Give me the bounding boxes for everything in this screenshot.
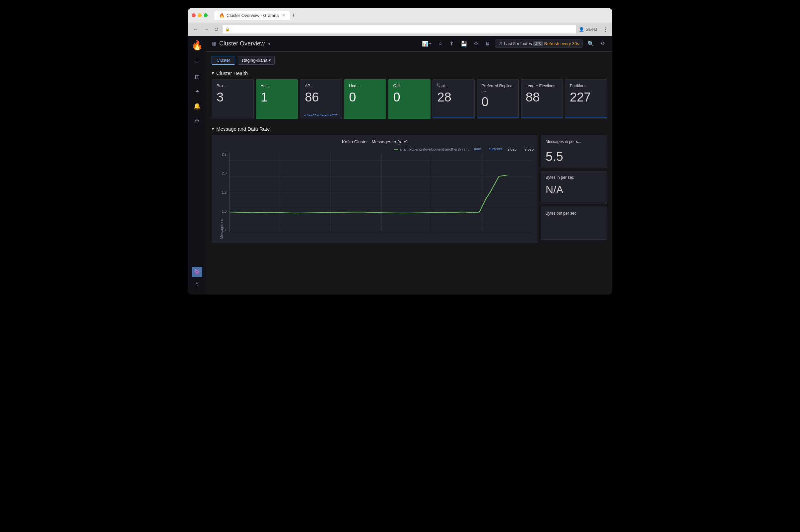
clock-icon: ⏱ bbox=[498, 41, 502, 46]
side-metrics: Messages in per s... 5.5 Bytes in per se… bbox=[541, 135, 607, 243]
grafana-tab-icon: 🔥 bbox=[219, 13, 225, 18]
y-label-18: 1.8 bbox=[222, 191, 227, 194]
minimize-button[interactable] bbox=[198, 13, 202, 17]
chart-svg bbox=[230, 153, 534, 232]
share-icon: ⬆ bbox=[450, 41, 454, 46]
maximize-button[interactable] bbox=[204, 13, 208, 17]
cluster-dropdown[interactable]: staging-diana ▾ bbox=[238, 56, 274, 65]
add-panel-button[interactable]: 📊+ bbox=[420, 39, 434, 48]
lock-icon: 🔒 bbox=[225, 27, 230, 32]
refresh-rate-label[interactable]: Refresh every 30s bbox=[544, 41, 579, 46]
search-icon: 🔍 bbox=[587, 41, 594, 46]
guest-button[interactable]: 👤 Guest bbox=[579, 27, 597, 32]
legend-color bbox=[394, 149, 398, 150]
gear-icon: ⚙ bbox=[194, 117, 200, 125]
sidebar-item-dashboards[interactable]: ⊞ bbox=[190, 70, 204, 83]
stat-title: Topi... bbox=[437, 83, 470, 88]
stat-value: 0 bbox=[393, 91, 425, 103]
legend-current-value: 2.025 bbox=[525, 147, 534, 151]
chart-plot bbox=[229, 153, 534, 232]
settings-button[interactable]: ⚙ bbox=[472, 39, 480, 48]
topbar-left: ▦ Cluster Overview ▼ bbox=[212, 40, 416, 47]
legend-current-header: current▾ bbox=[489, 147, 502, 151]
filters-bar: Cluster staging-diana ▾ bbox=[212, 56, 607, 65]
add-panel-icon: 📊+ bbox=[422, 41, 432, 46]
tv-icon: 🖥 bbox=[485, 41, 490, 46]
messages-in-title: Messages in per s... bbox=[546, 139, 602, 144]
close-button[interactable] bbox=[192, 13, 196, 17]
address-bar[interactable]: 🔒 bbox=[223, 25, 576, 34]
dashboard-dropdown-arrow[interactable]: ▼ bbox=[267, 41, 271, 46]
message-data-rate-header[interactable]: ▾ Message and Data Rate bbox=[212, 126, 607, 132]
sidebar-item-help[interactable]: ? bbox=[190, 279, 204, 292]
bell-icon: 🔔 bbox=[193, 102, 201, 110]
browser-window: 🔥 Cluster Overview - Grafana ✕ + ← → ↺ 🔒… bbox=[188, 8, 612, 294]
forward-button[interactable]: → bbox=[202, 25, 210, 33]
star-button[interactable]: ☆ bbox=[436, 39, 445, 48]
reload-button[interactable]: ↺ bbox=[213, 25, 220, 33]
sidebar-item-settings[interactable]: ⚙ bbox=[190, 114, 204, 127]
tab-bar: 🔥 Cluster Overview - Grafana ✕ + bbox=[214, 11, 608, 20]
chart-legend: altair-bigbang-development-anotherstream… bbox=[216, 147, 534, 151]
stat-value: 86 bbox=[305, 91, 337, 103]
stat-value: 0 bbox=[349, 91, 381, 103]
grafana-logo[interactable]: 🔥 bbox=[190, 38, 204, 52]
stat-value: 227 bbox=[570, 91, 602, 103]
stat-card-api: AP... 86 bbox=[300, 79, 342, 119]
charts-grid: Kafka Cluster - Messages In (rate) altai… bbox=[212, 135, 607, 243]
y-label-20: 2.0 bbox=[222, 171, 227, 175]
stat-title: Offli... bbox=[393, 83, 425, 88]
avatar-icon: 👾 bbox=[193, 268, 201, 276]
share-button[interactable]: ⬆ bbox=[447, 39, 456, 48]
time-range-picker[interactable]: ⏱ Last 5 minutes UTC Refresh every 30s bbox=[495, 39, 583, 48]
settings-icon: ⚙ bbox=[474, 41, 478, 46]
new-tab-button[interactable]: + bbox=[292, 12, 296, 19]
messages-in-chart: Kafka Cluster - Messages In (rate) altai… bbox=[212, 135, 538, 243]
stat-title: Und... bbox=[349, 83, 381, 88]
stat-value: 3 bbox=[216, 91, 249, 103]
legend-item: altair-bigbang-development-anotherstream bbox=[394, 147, 469, 151]
user-avatar[interactable]: 👾 bbox=[192, 267, 202, 277]
legend-numbers: 2.025 2.025 bbox=[508, 147, 534, 151]
save-button[interactable]: 💾 bbox=[458, 39, 469, 48]
main-content: ▦ Cluster Overview ▼ 📊+ ☆ ⬆ 💾 bbox=[206, 36, 612, 294]
utc-badge: UTC bbox=[533, 41, 543, 46]
stat-card-active-controllers: Acti... 1 bbox=[256, 79, 298, 119]
sidebar-item-add[interactable]: + bbox=[190, 56, 204, 69]
cluster-health-title: Cluster Health bbox=[216, 70, 248, 76]
y-label-22: 2.2 bbox=[222, 153, 227, 156]
sparkline bbox=[300, 109, 342, 119]
sidebar-bottom: 👾 ? bbox=[190, 267, 204, 292]
legend-max-header: max bbox=[474, 147, 481, 151]
grid-icon: ⊞ bbox=[195, 73, 200, 81]
cluster-dropdown-value: staging-diana bbox=[242, 58, 267, 63]
back-button[interactable]: ← bbox=[192, 25, 200, 33]
legend-max-value: 2.025 bbox=[508, 147, 517, 151]
cluster-filter-button[interactable]: Cluster bbox=[212, 56, 235, 65]
y-label-14: 1.4 bbox=[222, 229, 227, 232]
chart-area: Messages / s bbox=[216, 153, 534, 239]
bytes-out-title: Bytes out per sec bbox=[546, 211, 602, 215]
compass-icon: ✦ bbox=[195, 88, 200, 95]
sidebar-item-explore[interactable]: ✦ bbox=[190, 85, 204, 98]
sidebar-item-alerts[interactable]: 🔔 bbox=[190, 99, 204, 113]
search-button[interactable]: 🔍 bbox=[585, 39, 596, 48]
cluster-dropdown-arrow: ▾ bbox=[269, 58, 271, 63]
guest-label: Guest bbox=[585, 27, 597, 32]
stat-card-topics: i Topi... 28 bbox=[433, 79, 475, 119]
sparkline-bar bbox=[521, 117, 563, 117]
traffic-lights bbox=[192, 13, 208, 17]
save-icon: 💾 bbox=[460, 41, 467, 46]
legend-values: max current▾ bbox=[474, 147, 502, 151]
sidebar: 🔥 + ⊞ ✦ 🔔 ⚙ 👾 ? bbox=[188, 36, 206, 294]
tv-button[interactable]: 🖥 bbox=[483, 39, 492, 48]
message-rate-collapse-icon: ▾ bbox=[212, 126, 214, 132]
stat-title: Leader Elections bbox=[526, 83, 558, 88]
active-tab[interactable]: 🔥 Cluster Overview - Grafana ✕ bbox=[214, 11, 290, 20]
sync-button[interactable]: ↺ bbox=[599, 39, 607, 48]
stat-title: Acti... bbox=[261, 83, 293, 88]
tab-close-button[interactable]: ✕ bbox=[282, 13, 285, 18]
time-range-label: Last 5 minutes bbox=[504, 41, 532, 46]
browser-menu-button[interactable]: ⋮ bbox=[602, 25, 608, 33]
cluster-health-section-header[interactable]: ▾ Cluster Health bbox=[212, 70, 607, 76]
